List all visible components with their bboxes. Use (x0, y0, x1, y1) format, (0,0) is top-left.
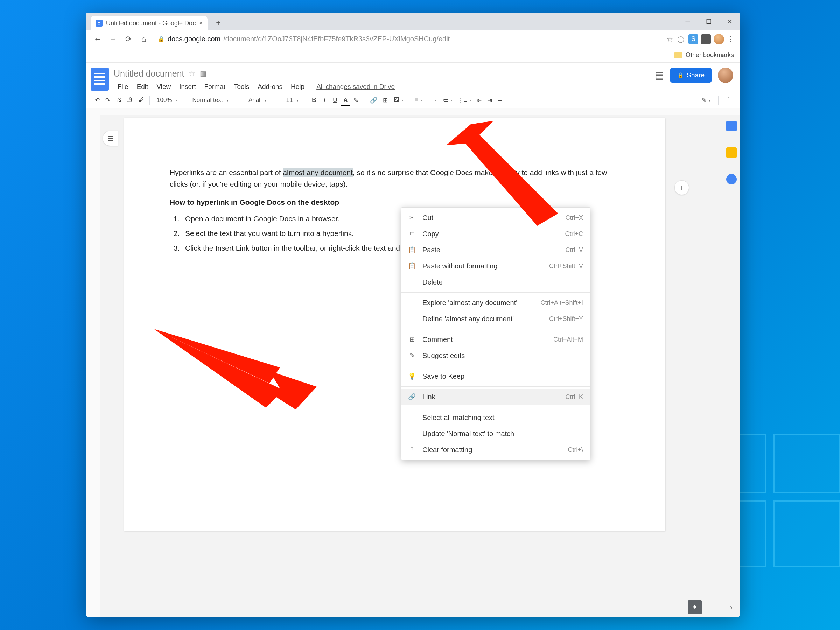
style-select[interactable]: Normal text (189, 95, 232, 105)
url-path: /document/d/1ZOoJ73T8jN4fEfbF75fe9TkR3s3… (223, 35, 450, 43)
ctx-select-matching[interactable]: .Select all matching text (401, 409, 590, 426)
paste-icon: 📋 (408, 246, 416, 254)
docs-toolbar: ↶ ↷ 🖨 Ꭿ 🖌 100% Normal text Arial 11 B I … (86, 92, 740, 108)
italic-button[interactable]: I (320, 95, 329, 105)
format-paint-button[interactable]: 🖌 (136, 95, 146, 105)
font-select[interactable]: Arial (239, 95, 275, 105)
ctx-explore[interactable]: .Explore 'almost any document'Ctrl+Alt+S… (401, 295, 590, 311)
comment-icon: ⊞ (408, 336, 416, 343)
home-button[interactable]: ⌂ (137, 33, 150, 46)
vertical-ruler[interactable] (86, 115, 101, 617)
redo-button[interactable]: ↷ (103, 95, 112, 105)
editing-mode-button[interactable]: ✎ (699, 95, 713, 105)
numbered-list-button[interactable]: ≔ (440, 95, 454, 105)
lock-icon: 🔒 (677, 72, 684, 78)
reload-button[interactable]: ⟳ (122, 33, 135, 46)
ctx-comment[interactable]: ⊞CommentCtrl+Alt+M (401, 332, 590, 347)
outdent-button[interactable]: ⇤ (475, 95, 484, 105)
share-button[interactable]: 🔒 Share (670, 68, 712, 83)
forward-button[interactable]: → (107, 33, 119, 46)
ctx-suggest[interactable]: ✎Suggest edits (401, 347, 590, 364)
browser-tab[interactable]: Untitled document - Google Doc × (91, 16, 208, 30)
url-field[interactable]: 🔒 docs.google.com/document/d/1ZOoJ73T8jN… (153, 33, 664, 46)
window-controls: ─ ☐ ✕ (677, 13, 740, 30)
annotation-arrow-left (154, 329, 319, 409)
outline-toggle-button[interactable]: ☰ (103, 131, 118, 146)
close-tab-icon[interactable]: × (199, 20, 203, 27)
docs-logo-icon[interactable] (91, 68, 109, 91)
favicon-icon (96, 20, 103, 27)
font-size-select[interactable]: 11 (283, 95, 302, 105)
side-panel-toggle[interactable]: › (730, 603, 733, 612)
move-doc-icon[interactable]: ▥ (200, 69, 207, 78)
ctx-define[interactable]: .Define 'almost any document'Ctrl+Shift+… (401, 311, 590, 327)
back-button[interactable]: ← (92, 33, 104, 46)
browser-menu-icon[interactable]: ⋮ (727, 35, 735, 44)
extension-icon-3[interactable] (701, 34, 711, 44)
keep-bulb-icon: 💡 (408, 373, 416, 380)
account-avatar[interactable] (718, 68, 733, 83)
side-panel: › (722, 115, 740, 617)
svg-marker-0 (446, 121, 558, 226)
insert-image-button[interactable]: 🖼 (391, 95, 405, 105)
tasks-icon[interactable] (726, 174, 737, 185)
minimize-button[interactable]: ─ (677, 13, 698, 30)
align-button[interactable]: ≡ (413, 95, 424, 105)
menu-view[interactable]: View (153, 82, 175, 92)
ctx-clear-formatting[interactable]: ᵀ̶Clear formattingCtrl+\ (401, 442, 590, 458)
tab-title: Untitled document - Google Doc (106, 20, 196, 27)
ctx-keep[interactable]: 💡Save to Keep (401, 368, 590, 384)
insert-link-button[interactable]: 🔗 (368, 95, 379, 105)
explore-button[interactable]: ✦ (688, 600, 702, 614)
spellcheck-button[interactable]: Ꭿ (125, 95, 134, 105)
indent-button[interactable]: ⇥ (485, 95, 494, 105)
comments-icon[interactable]: ▤ (655, 69, 664, 81)
add-comment-bubble[interactable]: ＋ (674, 180, 689, 195)
doc-title[interactable]: Untitled document (114, 69, 185, 79)
profile-avatar[interactable] (714, 34, 724, 44)
bold-button[interactable]: B (309, 95, 319, 105)
horizontal-ruler[interactable] (86, 108, 740, 115)
text-color-button[interactable]: A (341, 95, 350, 105)
insert-comment-button[interactable]: ⊞ (381, 95, 390, 105)
line-spacing-button[interactable]: ☰ (426, 95, 439, 105)
close-window-button[interactable]: ✕ (719, 13, 740, 30)
menu-help[interactable]: Help (287, 82, 308, 92)
ctx-delete[interactable]: .Delete (401, 274, 590, 290)
collapse-toolbar-button[interactable]: ˆ (724, 95, 733, 105)
bullet-list-button[interactable]: ⋮≡ (456, 95, 473, 105)
svg-marker-1 (154, 329, 317, 409)
ctx-paste-wo[interactable]: 📋Paste without formattingCtrl+Shift+V (401, 258, 590, 274)
calendar-icon[interactable] (726, 121, 737, 131)
zoom-select[interactable]: 100% (153, 95, 181, 105)
ctx-update-normal[interactable]: .Update 'Normal text' to match (401, 426, 590, 442)
link-icon: 🔗 (408, 393, 416, 401)
bookmark-star-icon[interactable]: ☆ (667, 35, 673, 43)
new-tab-button[interactable]: ＋ (212, 16, 225, 29)
menu-file[interactable]: File (114, 82, 132, 92)
keep-icon[interactable] (726, 147, 737, 158)
ctx-link[interactable]: 🔗LinkCtrl+K (401, 389, 590, 405)
menu-tools[interactable]: Tools (230, 82, 253, 92)
print-button[interactable]: 🖨 (114, 95, 124, 105)
maximize-button[interactable]: ☐ (698, 13, 719, 30)
annotation-arrow-top (446, 121, 572, 233)
star-doc-icon[interactable]: ☆ (189, 69, 196, 78)
other-bookmarks-link[interactable]: Other bookmarks (686, 51, 734, 59)
share-label: Share (687, 71, 704, 79)
menu-edit[interactable]: Edit (133, 82, 152, 92)
context-menu: ✂CutCtrl+X ⧉CopyCtrl+C 📋PasteCtrl+V 📋Pas… (401, 207, 591, 460)
extension-icon-1[interactable]: ◯ (676, 34, 686, 44)
highlight-button[interactable]: ✎ (351, 95, 360, 105)
menu-format[interactable]: Format (201, 82, 229, 92)
menu-addons[interactable]: Add-ons (254, 82, 286, 92)
cut-icon: ✂ (408, 214, 416, 221)
menu-bar: File Edit View Insert Format Tools Add-o… (114, 82, 650, 92)
selected-text[interactable]: almost any document (283, 168, 353, 177)
underline-button[interactable]: U (330, 95, 339, 105)
clear-format-button[interactable]: ᵀ̶ (496, 95, 505, 105)
extension-icon-2[interactable]: S (688, 34, 698, 44)
menu-insert[interactable]: Insert (175, 82, 200, 92)
undo-button[interactable]: ↶ (93, 95, 102, 105)
ctx-paste[interactable]: 📋PasteCtrl+V (401, 242, 590, 258)
